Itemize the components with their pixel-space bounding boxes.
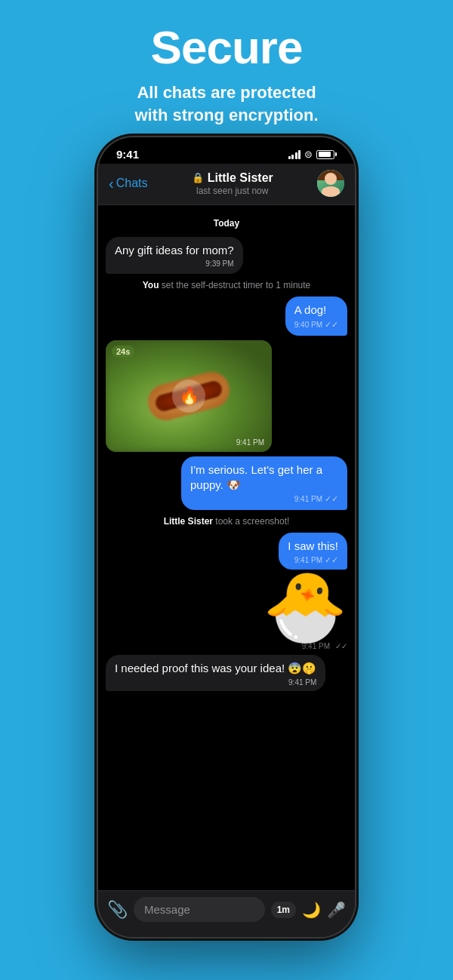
timer-label[interactable]: 1m [271, 902, 296, 918]
promo-subtitle: All chats are protectedwith strong encry… [30, 81, 423, 126]
sticker-message: 🐣 9:41 PM ✓✓ [263, 573, 347, 650]
message-input[interactable]: Message [134, 897, 265, 922]
bubble-outgoing-1: A dog! 9:40 PM ✓✓ [285, 296, 347, 335]
bubble-incoming-2: I needed proof this was your idea! 😨🤫 9:… [106, 655, 325, 690]
table-row: I saw this! 9:41 PM ✓✓ 🐣 9:41 PM ✓✓ [106, 533, 347, 650]
messages-area[interactable]: Today Any gift ideas for mom? 9:39 PM Yo… [98, 205, 355, 890]
chevron-left-icon: ‹ [109, 176, 114, 191]
media-time: 9:41 PM [236, 438, 264, 447]
system-you: You [143, 280, 159, 290]
promo-section: Secure All chats are protectedwith stron… [0, 0, 453, 144]
bubble-text: Any gift ideas for mom? [115, 243, 234, 258]
table-row: Little Sister took a screenshot! [106, 515, 347, 528]
battery-icon [316, 150, 337, 159]
status-time: 9:41 [116, 148, 139, 161]
bubble-text: I saw this! [288, 539, 338, 552]
mic-icon[interactable]: 🎤 [327, 901, 346, 919]
fire-icon: 🔥 [179, 386, 199, 406]
play-button[interactable]: 🔥 [172, 379, 205, 413]
bubble-time: 9:41 PM [288, 678, 316, 687]
avatar[interactable] [317, 170, 344, 197]
bubble-text: I needed proof this was your idea! 😨🤫 [115, 662, 316, 674]
read-ticks: ✓✓ [325, 494, 338, 504]
table-row: I needed proof this was your idea! 😨🤫 9:… [106, 655, 347, 690]
moon-icon[interactable]: 🌙 [302, 901, 321, 919]
nav-center: 🔒 Little Sister last seen just now [192, 171, 273, 196]
timer-badge: 24s [112, 346, 134, 358]
input-bar: 📎 Message 1m 🌙 🎤 [98, 890, 355, 937]
table-row: I'm serious. Let's get her a puppy. 🐶 9:… [106, 456, 347, 511]
back-button[interactable]: ‹ Chats [109, 177, 147, 191]
system-message-1: You set the self-destruct timer to 1 min… [137, 278, 317, 292]
bubble-incoming-1: Any gift ideas for mom? 9:39 PM [106, 237, 243, 274]
bubble-outgoing-3: I saw this! 9:41 PM ✓✓ [279, 533, 347, 570]
last-seen: last seen just now [192, 186, 273, 196]
date-divider: Today [106, 216, 347, 229]
table-row: You set the self-destruct timer to 1 min… [106, 278, 347, 292]
table-row: 🔥 24s 9:41 PM [106, 340, 347, 452]
table-row: A dog! 9:40 PM ✓✓ [106, 296, 347, 335]
bubble-time: 9:39 PM [205, 260, 233, 268]
read-ticks: ✓✓ [325, 555, 338, 565]
promo-title: Secure [30, 24, 423, 71]
signal-icon [288, 150, 301, 159]
date-label: Today [214, 218, 239, 229]
contact-name: Little Sister [208, 171, 273, 185]
sticker-emoji: 🐣 [263, 573, 347, 641]
table-row: Any gift ideas for mom? 9:39 PM [106, 237, 347, 274]
bubble-text: I'm serious. Let's get her a puppy. 🐶 [190, 462, 338, 493]
nav-header: ‹ Chats 🔒 Little Sister last seen just n… [98, 164, 355, 205]
status-icons: ⊜ [288, 149, 337, 160]
lock-icon: 🔒 [192, 172, 204, 183]
status-bar: 9:41 ⊜ [98, 137, 355, 164]
media-message[interactable]: 🔥 24s 9:41 PM [106, 340, 272, 452]
read-ticks: ✓✓ [325, 320, 338, 330]
message-placeholder: Message [144, 903, 190, 916]
bubble-text: A dog! [294, 303, 327, 318]
bubble-time: 9:40 PM [294, 321, 322, 329]
back-label: Chats [116, 177, 148, 190]
bubble-outgoing-2: I'm serious. Let's get her a puppy. 🐶 9:… [181, 456, 347, 511]
system-name: Little Sister [164, 516, 213, 527]
attach-icon[interactable]: 📎 [107, 900, 128, 920]
bubble-time: 9:41 PM [294, 556, 322, 564]
bubble-time: 9:41 PM [294, 495, 322, 503]
wifi-icon: ⊜ [304, 149, 313, 160]
system-message-2: Little Sister took a screenshot! [158, 515, 296, 528]
phone-frame: 9:41 ⊜ ‹ Chats 🔒 Little Sis [98, 137, 355, 937]
